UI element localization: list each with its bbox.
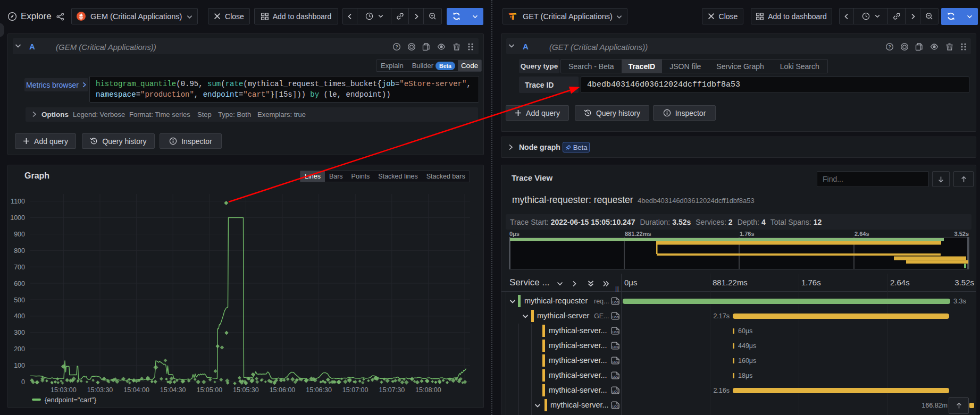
svg-text:700: 700	[14, 264, 25, 271]
svg-text:0: 0	[21, 378, 25, 386]
svg-text:?: ?	[395, 44, 398, 49]
svg-text:500: 500	[14, 297, 25, 304]
svg-text:15:05:00: 15:05:00	[196, 386, 222, 394]
svg-text:100: 100	[14, 362, 25, 369]
svg-text:200: 200	[14, 345, 25, 353]
svg-text:15:03:00: 15:03:00	[51, 386, 77, 394]
svg-text:300: 300	[14, 329, 25, 336]
svg-text:800: 800	[14, 247, 25, 255]
svg-text:15:03:30: 15:03:30	[87, 386, 113, 394]
svg-text:400: 400	[14, 312, 25, 320]
svg-text:1000: 1000	[10, 214, 25, 222]
svg-text:15:04:30: 15:04:30	[160, 386, 186, 394]
svg-text:15:08:00: 15:08:00	[415, 386, 441, 394]
svg-text:15:06:30: 15:06:30	[306, 386, 332, 394]
svg-text:?: ?	[888, 44, 891, 49]
svg-text:15:05:30: 15:05:30	[233, 386, 259, 394]
svg-text:15:04:00: 15:04:00	[123, 386, 149, 394]
svg-text:15:07:30: 15:07:30	[379, 386, 405, 394]
svg-text:600: 600	[14, 280, 25, 287]
svg-text:15:07:00: 15:07:00	[342, 386, 368, 394]
svg-text:900: 900	[14, 231, 25, 238]
svg-text:15:06:00: 15:06:00	[270, 386, 296, 394]
svg-text:1100: 1100	[11, 198, 25, 205]
